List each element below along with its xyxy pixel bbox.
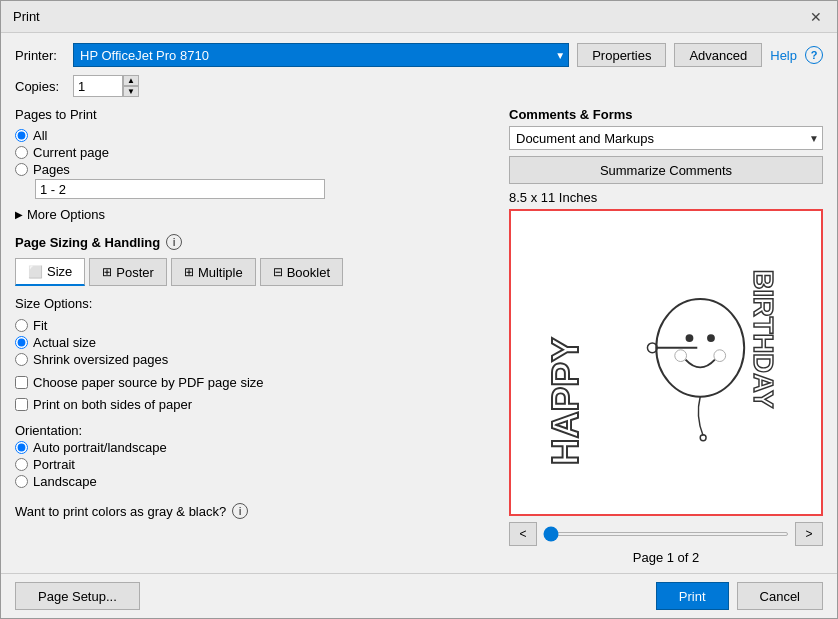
svg-text:HAPPY: HAPPY xyxy=(544,337,586,465)
radio-actual-size-label: Actual size xyxy=(33,335,96,350)
pages-range-input[interactable] xyxy=(35,179,325,199)
more-options-label: More Options xyxy=(27,207,105,222)
gray-question-row: Want to print colors as gray & black? i xyxy=(15,503,495,519)
page-nav: < > xyxy=(509,522,823,546)
properties-button[interactable]: Properties xyxy=(577,43,666,67)
comments-select-wrapper: Document and Markups Document Form Field… xyxy=(509,126,823,150)
radio-actual-size[interactable]: Actual size xyxy=(15,335,495,350)
radio-actual-size-input[interactable] xyxy=(15,336,28,349)
radio-landscape-input[interactable] xyxy=(15,475,28,488)
help-link[interactable]: Help xyxy=(770,48,797,63)
print-button[interactable]: Print xyxy=(656,582,729,610)
page-sizing-info-icon[interactable]: i xyxy=(166,234,182,250)
svg-point-7 xyxy=(714,350,726,362)
poster-tab-icon: ⊞ xyxy=(102,265,112,279)
comments-select[interactable]: Document and Markups Document Form Field… xyxy=(509,126,823,150)
copies-input-wrapper: ▲ ▼ xyxy=(73,75,139,97)
radio-fit[interactable]: Fit xyxy=(15,318,495,333)
print-both-sides-checkbox[interactable]: Print on both sides of paper xyxy=(15,397,495,412)
prev-page-button[interactable]: < xyxy=(509,522,537,546)
more-options[interactable]: ▶ More Options xyxy=(15,207,495,222)
bottom-bar: Page Setup... Print Cancel xyxy=(1,573,837,618)
tab-poster[interactable]: ⊞ Poster xyxy=(89,258,167,286)
pages-to-print-group: All Current page Pages xyxy=(15,128,495,199)
preview-size-label: 8.5 x 11 Inches xyxy=(509,190,823,205)
help-icon[interactable]: ? xyxy=(805,46,823,64)
page-slider[interactable] xyxy=(543,532,789,536)
radio-fit-label: Fit xyxy=(33,318,47,333)
page-sizing-label: Page Sizing & Handling xyxy=(15,235,160,250)
printer-select-wrapper: HP OfficeJet Pro 8710 ▼ xyxy=(73,43,569,67)
printer-select[interactable]: HP OfficeJet Pro 8710 xyxy=(73,43,569,67)
cancel-button[interactable]: Cancel xyxy=(737,582,823,610)
radio-landscape-label: Landscape xyxy=(33,474,97,489)
radio-current-page-input[interactable] xyxy=(15,146,28,159)
copies-increment-button[interactable]: ▲ xyxy=(123,75,139,86)
choose-paper-checkbox[interactable]: Choose paper source by PDF page size xyxy=(15,375,495,390)
radio-all[interactable]: All xyxy=(15,128,495,143)
main-content: Pages to Print All Current page Pages xyxy=(15,107,823,565)
pages-to-print-label: Pages to Print xyxy=(15,107,495,122)
svg-point-5 xyxy=(707,334,715,342)
radio-shrink[interactable]: Shrink oversized pages xyxy=(15,352,495,367)
size-options-label: Size Options: xyxy=(15,296,495,311)
copies-label: Copies: xyxy=(15,79,65,94)
svg-point-6 xyxy=(675,350,687,362)
radio-pages[interactable]: Pages xyxy=(15,162,495,177)
summarize-comments-button[interactable]: Summarize Comments xyxy=(509,156,823,184)
preview-area: HAPPY BIRTHDAY xyxy=(509,209,823,516)
radio-landscape[interactable]: Landscape xyxy=(15,474,495,489)
copies-row: Copies: ▲ ▼ xyxy=(15,75,823,97)
radio-portrait-input[interactable] xyxy=(15,458,28,471)
tab-size[interactable]: ⬜ Size xyxy=(15,258,85,286)
svg-text:BIRTHDAY: BIRTHDAY xyxy=(748,270,779,409)
radio-fit-input[interactable] xyxy=(15,319,28,332)
copies-decrement-button[interactable]: ▼ xyxy=(123,86,139,97)
radio-all-input[interactable] xyxy=(15,129,28,142)
radio-pages-input[interactable] xyxy=(15,163,28,176)
tab-booklet-label: Booklet xyxy=(287,265,330,280)
tab-booklet[interactable]: ⊟ Booklet xyxy=(260,258,343,286)
tab-multiple-label: Multiple xyxy=(198,265,243,280)
printer-label: Printer: xyxy=(15,48,65,63)
preview-image: HAPPY BIRTHDAY xyxy=(511,211,821,514)
comments-forms-label: Comments & Forms xyxy=(509,107,823,122)
radio-portrait-label: Portrait xyxy=(33,457,75,472)
choose-paper-label: Choose paper source by PDF page size xyxy=(33,375,264,390)
advanced-button[interactable]: Advanced xyxy=(674,43,762,67)
booklet-tab-icon: ⊟ xyxy=(273,265,283,279)
tab-poster-label: Poster xyxy=(116,265,154,280)
radio-current-page[interactable]: Current page xyxy=(15,145,495,160)
multiple-tab-icon: ⊞ xyxy=(184,265,194,279)
print-both-sides-label: Print on both sides of paper xyxy=(33,397,192,412)
next-page-button[interactable]: > xyxy=(795,522,823,546)
printer-row: Printer: HP OfficeJet Pro 8710 ▼ Propert… xyxy=(15,43,823,67)
print-both-sides-checkbox-input[interactable] xyxy=(15,398,28,411)
radio-portrait[interactable]: Portrait xyxy=(15,457,495,472)
radio-current-page-label: Current page xyxy=(33,145,109,160)
radio-auto-portrait[interactable]: Auto portrait/landscape xyxy=(15,440,495,455)
left-panel: Pages to Print All Current page Pages xyxy=(15,107,495,565)
right-panel: Comments & Forms Document and Markups Do… xyxy=(509,107,823,565)
size-options-group: Fit Actual size Shrink oversized pages xyxy=(15,318,495,367)
dialog-title: Print xyxy=(13,9,40,24)
close-button[interactable]: ✕ xyxy=(807,8,825,26)
radio-shrink-input[interactable] xyxy=(15,353,28,366)
page-sizing-section: Page Sizing & Handling i xyxy=(15,234,495,250)
orientation-group: Auto portrait/landscape Portrait Landsca… xyxy=(15,440,495,489)
copies-input[interactable] xyxy=(73,75,123,97)
handling-tabs: ⬜ Size ⊞ Poster ⊞ Multiple ⊟ Booklet xyxy=(15,258,495,286)
choose-paper-checkbox-input[interactable] xyxy=(15,376,28,389)
page-label: Page 1 of 2 xyxy=(509,550,823,565)
page-setup-button[interactable]: Page Setup... xyxy=(15,582,140,610)
radio-all-label: All xyxy=(33,128,47,143)
bottom-right-buttons: Print Cancel xyxy=(656,582,823,610)
print-dialog: Print ✕ Printer: HP OfficeJet Pro 8710 ▼… xyxy=(0,0,838,619)
dialog-body: Printer: HP OfficeJet Pro 8710 ▼ Propert… xyxy=(1,33,837,573)
svg-point-4 xyxy=(686,334,694,342)
tab-multiple[interactable]: ⊞ Multiple xyxy=(171,258,256,286)
gray-question-info-icon[interactable]: i xyxy=(232,503,248,519)
orientation-section: Orientation: Auto portrait/landscape Por… xyxy=(15,423,495,493)
gray-question-text: Want to print colors as gray & black? xyxy=(15,504,226,519)
radio-auto-portrait-input[interactable] xyxy=(15,441,28,454)
